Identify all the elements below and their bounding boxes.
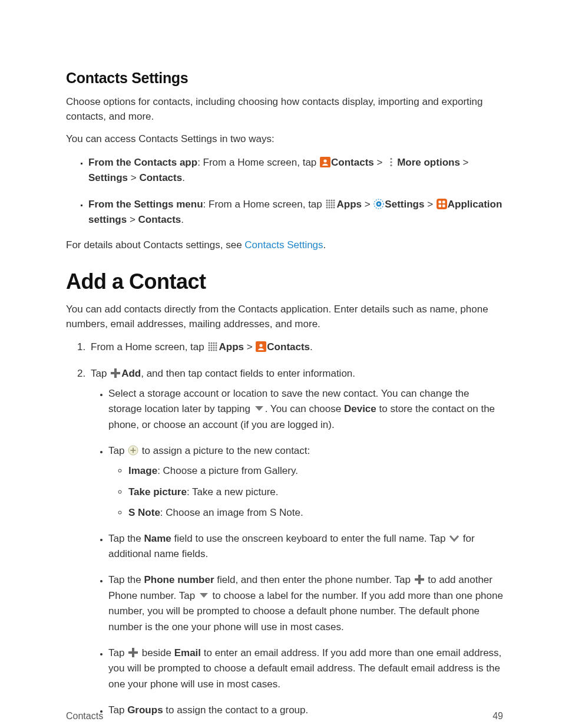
svg-point-1 <box>323 159 326 162</box>
paragraph-two-ways: You can access Contacts Settings in two … <box>66 132 503 147</box>
text: . <box>182 172 185 183</box>
label-device: Device <box>344 403 376 414</box>
step-1: From a Home screen, tap Apps > Contacts. <box>88 340 503 355</box>
text: field, and then enter the phone number. … <box>214 574 414 585</box>
text: For details about Contacts settings, see <box>66 239 244 251</box>
add-photo-icon <box>128 445 138 456</box>
link-contacts-settings[interactable]: Contacts Settings <box>244 239 323 251</box>
separator: > <box>374 157 385 168</box>
svg-point-34 <box>211 345 213 347</box>
label-apps: Apps <box>336 199 362 210</box>
bullet-from-contacts-app: From the Contacts app: From a Home scree… <box>88 155 503 186</box>
svg-point-18 <box>329 206 330 208</box>
label-contacts: Contacts <box>267 341 310 353</box>
chevron-down-icon <box>199 590 209 601</box>
text: Tap <box>91 368 110 379</box>
text: Tap the <box>108 533 144 544</box>
paragraph-details: For details about Contacts settings, see… <box>66 238 503 253</box>
svg-point-30 <box>211 342 213 344</box>
text: Tap the <box>108 574 144 585</box>
settings-icon <box>373 199 384 209</box>
svg-point-33 <box>209 345 210 347</box>
svg-point-15 <box>331 204 333 206</box>
svg-point-40 <box>216 347 217 349</box>
text: : Choose a picture from Gallery. <box>157 465 298 476</box>
apps-icon <box>207 341 218 352</box>
label-phone-number: Phone number <box>144 574 214 585</box>
text: Tap <box>108 445 127 456</box>
chevron-down-icon <box>254 403 265 414</box>
label-email: Email <box>174 647 201 658</box>
svg-point-41 <box>209 350 210 351</box>
label-more-options: More options <box>397 157 460 168</box>
footer-page-number: 49 <box>492 711 503 722</box>
plus-icon <box>128 647 138 658</box>
separator: > <box>460 157 469 168</box>
heading-contacts-settings: Contacts Settings <box>66 70 503 87</box>
svg-point-6 <box>329 199 330 201</box>
heading-add-a-contact: Add a Contact <box>66 269 503 294</box>
label-contacts: Contacts <box>331 157 374 168</box>
option-image: Image: Choose a picture from Gallery. <box>128 463 503 479</box>
separator: > <box>424 199 435 210</box>
separator: > <box>128 172 139 183</box>
label-image: Image <box>128 465 157 476</box>
contacts-icon <box>320 157 330 167</box>
text: : Take a new picture. <box>187 486 279 498</box>
text: field to use the onscreen keyboard to en… <box>171 533 448 544</box>
label-apps: Apps <box>219 341 244 353</box>
label-settings: Settings <box>385 199 424 210</box>
text: . <box>181 214 184 225</box>
apps-icon <box>325 199 336 209</box>
option-take-picture: Take picture: Take a new picture. <box>128 485 503 500</box>
svg-point-16 <box>333 204 335 206</box>
svg-point-3 <box>391 161 392 163</box>
text: : From a Home screen, tap <box>197 157 319 168</box>
svg-point-44 <box>216 350 217 351</box>
paragraph-add-intro: You can add contacts directly from the C… <box>66 302 503 331</box>
svg-point-11 <box>331 202 333 203</box>
svg-point-38 <box>211 347 213 349</box>
svg-point-42 <box>211 350 213 351</box>
text: , and then tap contact fields to enter i… <box>141 368 355 379</box>
plus-icon <box>110 368 121 378</box>
bullet-from-settings-menu: From the Settings menu: From a Home scre… <box>88 197 503 228</box>
substep-storage: Select a storage account or location to … <box>108 386 503 433</box>
label-lead: From the Settings menu <box>88 199 203 210</box>
svg-point-36 <box>216 345 217 347</box>
option-s-note: S Note: Choose an image from S Note. <box>128 505 503 521</box>
svg-point-46 <box>260 344 263 347</box>
label-take-picture: Take picture <box>128 486 187 498</box>
more-options-icon <box>386 157 396 167</box>
footer-section-name: Contacts <box>66 711 103 722</box>
text: . <box>323 239 326 251</box>
text: From a Home screen, tap <box>91 341 207 353</box>
svg-rect-27 <box>438 205 441 207</box>
svg-point-17 <box>326 206 328 208</box>
separator: > <box>244 341 255 353</box>
svg-point-14 <box>329 204 330 206</box>
label-settings: Settings <box>88 172 128 183</box>
text: . <box>310 341 313 353</box>
separator: > <box>362 199 373 210</box>
svg-point-39 <box>213 347 215 349</box>
text: : From a Home screen, tap <box>203 199 325 210</box>
text: to assign a picture to the new contact: <box>139 445 310 456</box>
paragraph-intro: Choose options for contacts, including c… <box>66 95 503 124</box>
text: : Choose an image from S Note. <box>160 507 303 518</box>
label-add: Add <box>121 368 141 379</box>
svg-point-7 <box>331 199 333 201</box>
text: Tap <box>108 647 127 658</box>
substep-picture: Tap to assign a picture to the new conta… <box>108 443 503 521</box>
separator: > <box>127 214 138 225</box>
svg-rect-25 <box>438 200 441 203</box>
svg-point-31 <box>213 342 215 344</box>
svg-point-43 <box>213 350 215 351</box>
svg-point-4 <box>391 164 392 166</box>
svg-point-29 <box>209 342 210 344</box>
svg-point-10 <box>329 202 330 203</box>
substep-phone: Tap the Phone number field, and then ent… <box>108 572 503 634</box>
svg-point-8 <box>333 199 335 201</box>
step-2: Tap Add, and then tap contact fields to … <box>88 366 503 719</box>
svg-point-20 <box>333 206 335 208</box>
